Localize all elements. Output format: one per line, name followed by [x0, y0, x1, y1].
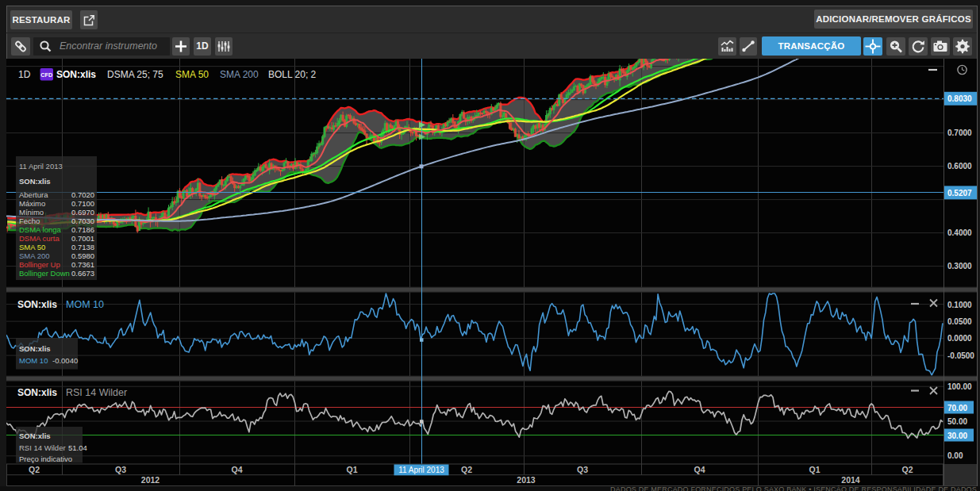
svg-text:Abertura: Abertura — [19, 190, 48, 199]
svg-text:SON:xlis: SON:xlis — [19, 344, 51, 353]
svg-text:51.04: 51.04 — [68, 443, 87, 452]
svg-text:SMA 50: SMA 50 — [175, 69, 209, 80]
svg-text:Q4: Q4 — [231, 465, 242, 474]
svg-text:0.7020: 0.7020 — [71, 190, 94, 199]
svg-text:DSMA 25; 75: DSMA 25; 75 — [107, 69, 163, 80]
svg-text:-0.0040: -0.0040 — [52, 356, 78, 365]
svg-text:0.6970: 0.6970 — [71, 208, 94, 217]
svg-text:SMA 200: SMA 200 — [220, 69, 259, 80]
svg-text:CFD: CFD — [40, 71, 52, 79]
svg-text:DSMA longa: DSMA longa — [19, 225, 62, 234]
svg-text:Máximo: Máximo — [19, 199, 45, 208]
svg-text:RSI 14 Wilder: RSI 14 Wilder — [66, 387, 127, 398]
svg-text:SMA 200: SMA 200 — [19, 251, 50, 260]
svg-text:Q2: Q2 — [461, 465, 472, 474]
svg-text:0.7138: 0.7138 — [71, 243, 94, 251]
svg-text:0.7000: 0.7000 — [947, 129, 972, 137]
svg-text:0.5980: 0.5980 — [71, 251, 94, 260]
svg-text:2012: 2012 — [141, 475, 160, 485]
svg-text:SON:xlis: SON:xlis — [19, 432, 51, 440]
svg-text:Q1: Q1 — [346, 465, 357, 474]
svg-text:11 April 2013: 11 April 2013 — [398, 466, 444, 474]
svg-text:2013: 2013 — [517, 475, 536, 485]
svg-text:0.5207: 0.5207 — [947, 189, 972, 198]
svg-text:1D: 1D — [18, 69, 31, 80]
svg-text:Q3: Q3 — [577, 465, 588, 474]
svg-text:0.7100: 0.7100 — [71, 199, 94, 208]
svg-text:0.7361: 0.7361 — [71, 260, 94, 269]
svg-text:SON:xlis: SON:xlis — [17, 387, 57, 398]
svg-text:0.0000: 0.0000 — [947, 334, 972, 343]
svg-text:DSMA curta: DSMA curta — [19, 234, 60, 243]
svg-text:2014: 2014 — [841, 475, 860, 485]
svg-text:Fecho: Fecho — [19, 217, 40, 225]
svg-text:0.7001: 0.7001 — [71, 234, 94, 243]
svg-text:0.3000: 0.3000 — [947, 262, 972, 270]
svg-text:Bollinger Down: Bollinger Down — [19, 269, 70, 278]
svg-text:0.6673: 0.6673 — [71, 269, 94, 278]
svg-text:0.00: 0.00 — [947, 451, 963, 460]
svg-text:SON:xlis: SON:xlis — [17, 299, 57, 310]
svg-text:0.0500: 0.0500 — [947, 317, 972, 326]
svg-text:Q2: Q2 — [29, 465, 40, 474]
svg-text:Q2: Q2 — [901, 465, 913, 474]
svg-text:30.00: 30.00 — [947, 432, 967, 440]
svg-text:70.00: 70.00 — [947, 404, 967, 412]
svg-text:11 April 2013: 11 April 2013 — [19, 162, 63, 171]
svg-text:50.00: 50.00 — [947, 417, 967, 426]
svg-text:0.1000: 0.1000 — [947, 301, 972, 309]
svg-text:Preço indicativo: Preço indicativo — [19, 455, 72, 463]
svg-text:0.7030: 0.7030 — [71, 217, 94, 225]
svg-text:Mínimo: Mínimo — [19, 208, 44, 217]
svg-text:BOLL 20; 2: BOLL 20; 2 — [268, 69, 317, 80]
svg-text:Q3: Q3 — [115, 465, 126, 474]
svg-text:0.6000: 0.6000 — [947, 162, 972, 171]
svg-text:0.7186: 0.7186 — [71, 225, 94, 234]
svg-text:SON:xlis: SON:xlis — [19, 177, 51, 186]
svg-text:SMA 50: SMA 50 — [19, 243, 45, 251]
svg-text:-0.0500: -0.0500 — [947, 351, 974, 360]
svg-text:MOM 10: MOM 10 — [66, 299, 104, 310]
svg-text:Q1: Q1 — [809, 465, 820, 474]
svg-text:Bollinger Up: Bollinger Up — [19, 260, 60, 269]
svg-text:Q4: Q4 — [694, 465, 705, 474]
svg-text:RSI 14 Wilder: RSI 14 Wilder — [19, 443, 66, 452]
svg-text:100.00: 100.00 — [947, 382, 972, 391]
svg-text:0.8030: 0.8030 — [947, 94, 972, 103]
svg-text:0.4000: 0.4000 — [947, 228, 972, 237]
svg-text:SON:xlis: SON:xlis — [56, 69, 96, 80]
svg-text:MOM 10: MOM 10 — [19, 356, 48, 365]
